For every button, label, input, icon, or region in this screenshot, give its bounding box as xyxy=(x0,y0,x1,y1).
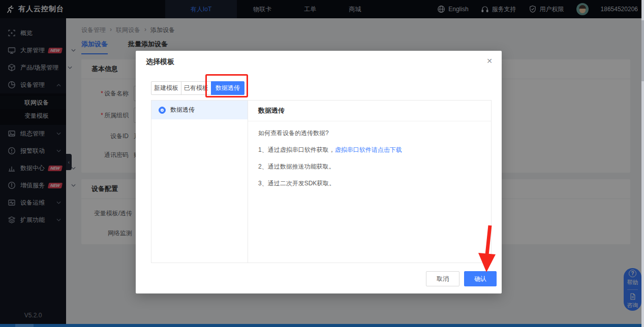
option-data-passthrough[interactable]: 数据透传 xyxy=(151,101,248,119)
modal-detail-panel: 数据透传 如何查看设备的透传数据? 1、通过虚拟串口软件获取，虚拟串口软件请点击… xyxy=(248,101,491,263)
step-item-2: 2、通过数据推送功能获取。 xyxy=(258,162,481,171)
select-template-modal: 选择模板 ✕ 新建模板 已有模板 数据透传 数据透传 数据透传 如何查看设备的透… xyxy=(136,51,502,293)
close-icon[interactable]: ✕ xyxy=(486,57,493,65)
step-item-3: 3、通过二次开发SDK获取。 xyxy=(258,179,481,188)
app-root: 有人云控制台 有人IoT 物联卡 工单 商城 English 服务支持 xyxy=(0,0,644,327)
modal-title: 选择模板 xyxy=(146,57,174,67)
annotation-highlight-box xyxy=(205,74,248,97)
vertical-scrollbar-thumb[interactable] xyxy=(641,20,644,81)
option-label: 数据透传 xyxy=(170,106,195,114)
modal-option-list: 数据透传 xyxy=(151,101,248,263)
cancel-button[interactable]: 取消 xyxy=(426,271,459,286)
step-text: 1、通过虚拟串口软件获取， xyxy=(258,146,335,153)
panel-heading: 数据透传 xyxy=(248,101,491,121)
vertical-scrollbar[interactable] xyxy=(641,0,644,327)
radio-checked-icon[interactable] xyxy=(159,107,166,114)
download-link[interactable]: 虚拟串口软件请点击下载 xyxy=(335,146,402,153)
modal-tab-new-template[interactable]: 新建模板 xyxy=(151,81,181,95)
step-item-1: 1、通过虚拟串口软件获取，虚拟串口软件请点击下载 xyxy=(258,146,481,154)
annotation-arrow xyxy=(473,223,503,274)
modal-body: 数据透传 数据透传 如何查看设备的透传数据? 1、通过虚拟串口软件获取，虚拟串口… xyxy=(151,100,492,263)
panel-question: 如何查看设备的透传数据? xyxy=(258,129,481,138)
